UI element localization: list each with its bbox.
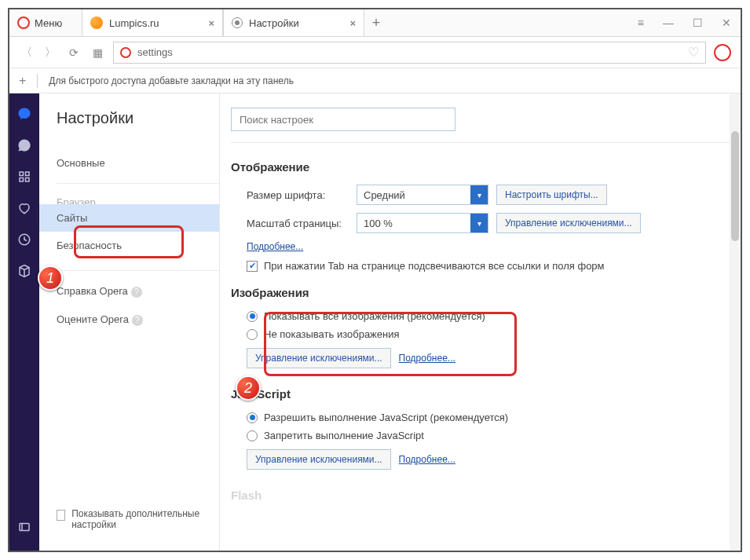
bookmark-hint: Для быстрого доступа добавьте закладки н… <box>49 75 294 86</box>
tab-settings[interactable]: Настройки × <box>223 9 364 36</box>
settings-nav: Настройки Основные Браузер Сайты Безопас… <box>39 93 220 551</box>
show-advanced-checkbox[interactable]: Показывать дополнительные настройки <box>57 508 219 530</box>
nav-sites[interactable]: Сайты <box>39 204 219 232</box>
page-title: Настройки <box>57 109 219 127</box>
images-hide-radio[interactable]: Не показывать изображения <box>231 328 730 340</box>
zoom-exceptions-button[interactable]: Управление исключениями... <box>496 213 641 233</box>
tab-highlight-label: При нажатии Tab на странице подсвечивают… <box>264 260 605 272</box>
whatsapp-icon[interactable] <box>16 137 32 153</box>
font-size-label: Размер шрифта: <box>247 189 349 201</box>
url-input[interactable] <box>137 46 682 58</box>
new-tab-button[interactable]: + <box>364 9 388 36</box>
cube-icon[interactable] <box>16 263 32 279</box>
tab-highlight-checkbox[interactable]: ✔ <box>247 261 258 272</box>
nav-help[interactable]: Справка Opera? <box>57 270 219 306</box>
back-button[interactable]: 〈 <box>19 45 35 60</box>
nav-rate[interactable]: Оцените Opera? <box>57 306 219 334</box>
opera-icon <box>120 47 131 58</box>
display-more-link[interactable]: Подробнее... <box>247 241 303 252</box>
js-exceptions-button[interactable]: Управление исключениями... <box>247 449 391 470</box>
close-icon[interactable]: × <box>349 17 356 29</box>
chevron-down-icon: ▾ <box>470 214 488 232</box>
tab-label: Lumpics.ru <box>109 17 159 29</box>
js-deny-radio[interactable]: Запретить выполнение JavaScript <box>231 430 730 441</box>
heart-icon[interactable]: ♡ <box>688 45 699 60</box>
radio-icon <box>247 329 258 340</box>
zoom-select[interactable]: 100 %▾ <box>357 213 488 233</box>
reload-button[interactable]: ⟳ <box>66 45 82 60</box>
font-size-select[interactable]: Средний▾ <box>357 185 488 205</box>
scrollbar-thumb[interactable] <box>731 131 739 241</box>
bookmark-bar: + Для быстрого доступа добавьте закладки… <box>9 68 741 93</box>
sidebar-icons <box>9 93 39 551</box>
favicon-icon <box>90 16 103 29</box>
javascript-title: JavaScript <box>231 387 730 401</box>
badge-1: 1 <box>38 265 63 291</box>
menu-label: Меню <box>35 17 62 29</box>
opera-icon <box>17 16 30 29</box>
images-exceptions-button[interactable]: Управление исключениями... <box>247 348 391 368</box>
zoom-label: Масштаб страницы: <box>247 218 349 229</box>
separator <box>37 74 38 88</box>
images-more-link[interactable]: Подробнее... <box>399 353 455 364</box>
apps-icon[interactable] <box>16 169 32 185</box>
badge-2: 2 <box>236 375 261 401</box>
settings-content: Отображение Размер шрифта: Средний▾ Наст… <box>220 93 741 551</box>
js-allow-radio[interactable]: Разрешить выполнение JavaScript (рекомен… <box>231 412 730 423</box>
images-show-all-radio[interactable]: Показывать все изображения (рекомендуетс… <box>231 310 730 322</box>
add-bookmark-button[interactable]: + <box>19 74 26 88</box>
radio-icon <box>247 311 258 322</box>
nav-browser[interactable]: Браузер <box>57 183 219 204</box>
speed-dial-icon[interactable]: ▦ <box>90 45 105 60</box>
messenger-icon[interactable] <box>16 106 32 122</box>
checkbox-icon[interactable] <box>57 510 65 521</box>
help-icon: ? <box>132 315 143 326</box>
url-field[interactable]: ♡ <box>113 42 706 64</box>
titlebar: Меню Lumpics.ru × Настройки × + ≡ — ☐ ✕ <box>9 9 741 37</box>
js-more-link[interactable]: Подробнее... <box>399 454 455 465</box>
collapse-sidebar-icon[interactable] <box>16 519 32 535</box>
search-input[interactable] <box>231 108 455 131</box>
display-title: Отображение <box>231 160 730 174</box>
checkbox-label: Показывать дополнительные настройки <box>71 508 205 530</box>
tab-lumpics[interactable]: Lumpics.ru × <box>82 9 223 36</box>
help-icon: ? <box>131 287 142 298</box>
forward-button[interactable]: 〉 <box>42 45 58 60</box>
history-icon[interactable] <box>16 232 32 247</box>
radio-icon <box>247 412 258 423</box>
svg-rect-1 <box>20 524 29 531</box>
close-window-icon[interactable]: ✕ <box>722 16 731 29</box>
flash-title: Flash <box>231 489 730 502</box>
chevron-down-icon: ▾ <box>470 185 488 204</box>
heart-sidebar-icon[interactable] <box>16 200 32 216</box>
window-controls: ≡ — ☐ ✕ <box>638 16 741 29</box>
gear-icon <box>232 17 243 28</box>
configure-fonts-button[interactable]: Настроить шрифты... <box>496 185 607 205</box>
radio-icon <box>247 430 258 441</box>
nav-security[interactable]: Безопасность <box>57 232 219 259</box>
tab-label: Настройки <box>249 17 299 29</box>
close-icon[interactable]: × <box>208 17 214 29</box>
tab-strip: Lumpics.ru × Настройки × + <box>82 9 388 36</box>
menu-button[interactable]: Меню <box>9 16 82 29</box>
images-title: Изображения <box>231 286 730 299</box>
tabs-overview-icon[interactable]: ≡ <box>638 16 644 29</box>
maximize-icon[interactable]: ☐ <box>693 16 703 29</box>
nav-basic[interactable]: Основные <box>57 149 219 177</box>
minimize-icon[interactable]: — <box>663 16 674 29</box>
profile-icon[interactable] <box>714 44 731 61</box>
main-layout: Настройки Основные Браузер Сайты Безопас… <box>9 93 741 551</box>
address-bar: 〈 〉 ⟳ ▦ ♡ <box>9 37 741 68</box>
